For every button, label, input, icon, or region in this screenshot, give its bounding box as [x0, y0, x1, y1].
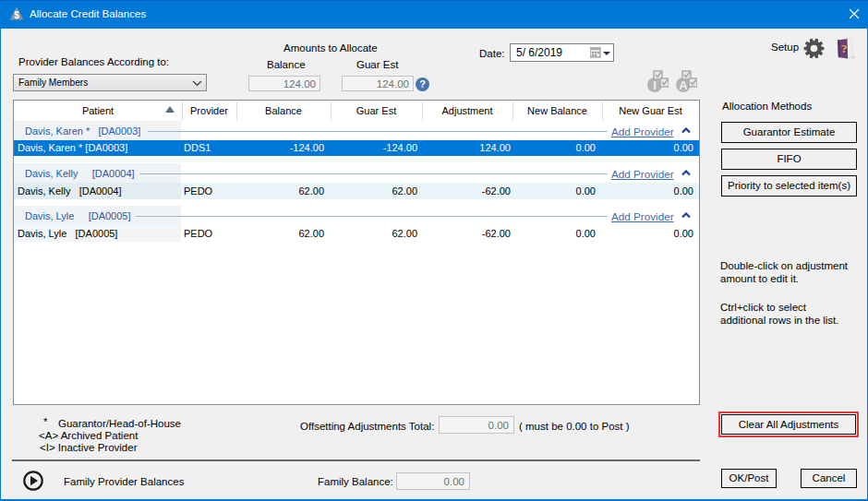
svg-text:$: $ [14, 10, 19, 20]
svg-text:I: I [653, 78, 657, 92]
svg-text:?: ? [841, 42, 848, 55]
svg-text:A: A [679, 78, 688, 92]
